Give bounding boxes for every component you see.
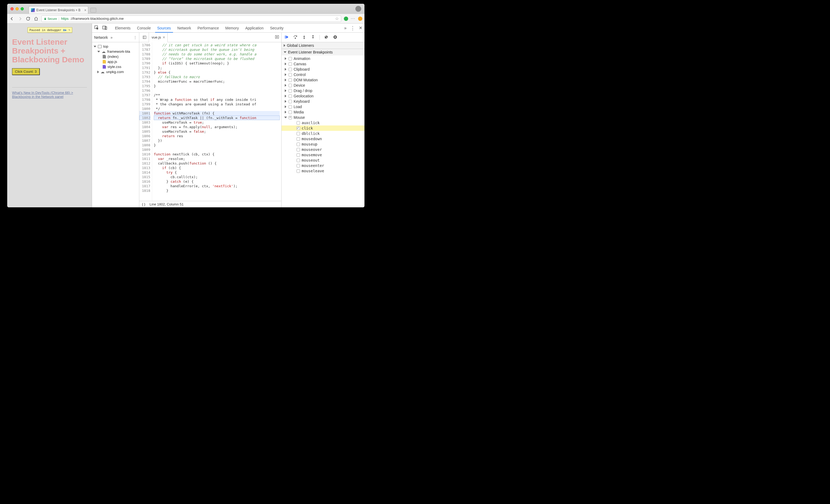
navigator-tab-network[interactable]: Network	[94, 35, 108, 40]
browser-tab[interactable]: Event Listener Breakpoints + B ×	[29, 6, 88, 13]
reload-button[interactable]	[25, 16, 31, 22]
event-breakpoint[interactable]: mouseout	[282, 158, 364, 163]
click-count-button[interactable]: Click Count: 3	[12, 68, 39, 75]
editor-file-tab[interactable]: vue.js ×	[149, 33, 168, 42]
checkbox[interactable]	[289, 100, 292, 103]
event-breakpoint[interactable]: mouseenter	[282, 163, 364, 168]
back-button[interactable]	[9, 16, 15, 22]
checkbox[interactable]	[289, 62, 292, 66]
expand-icon[interactable]	[284, 51, 286, 53]
event-category[interactable]: Keyboard	[282, 99, 364, 104]
event-category[interactable]: Geolocation	[282, 93, 364, 99]
device-toolbar-icon[interactable]	[102, 25, 107, 31]
close-tab-icon[interactable]: ×	[84, 8, 86, 12]
checkbox[interactable]	[289, 105, 292, 108]
expand-icon[interactable]	[97, 51, 100, 53]
expand-icon[interactable]	[284, 105, 287, 108]
step-over-button[interactable]	[293, 35, 298, 40]
checkbox[interactable]	[296, 148, 300, 151]
section-event-listener-breakpoints[interactable]: Event Listener Breakpoints	[282, 49, 364, 55]
event-category[interactable]: DOM Mutation	[282, 77, 364, 83]
section-global-listeners[interactable]: Global Listeners	[282, 42, 364, 49]
expand-icon[interactable]	[284, 68, 287, 71]
tab-security[interactable]: Security	[267, 24, 287, 32]
checkbox[interactable]	[289, 111, 292, 114]
new-tab-button[interactable]	[90, 8, 96, 12]
event-breakpoint[interactable]: mouseleave	[282, 168, 364, 174]
checkbox[interactable]	[296, 159, 300, 162]
expand-icon[interactable]	[284, 73, 287, 76]
event-breakpoint[interactable]: mousemove	[282, 152, 364, 158]
expand-icon[interactable]	[97, 71, 99, 73]
event-category[interactable]: Mouse	[282, 115, 364, 120]
checkbox[interactable]	[296, 121, 300, 125]
extension-orange-icon[interactable]	[358, 17, 362, 21]
secure-indicator[interactable]: Secure	[44, 17, 57, 20]
event-breakpoint[interactable]: click	[282, 125, 364, 131]
expand-icon[interactable]	[284, 78, 287, 81]
checkbox[interactable]	[289, 68, 292, 71]
checkbox[interactable]	[289, 84, 292, 87]
expand-icon[interactable]	[94, 46, 96, 48]
event-category[interactable]: Canvas	[282, 61, 364, 67]
event-category[interactable]: Device	[282, 83, 364, 88]
close-devtools-icon[interactable]: ✕	[359, 25, 362, 31]
tab-network[interactable]: Network	[174, 24, 194, 32]
tab-memory[interactable]: Memory	[222, 24, 242, 32]
expand-icon[interactable]	[284, 63, 287, 65]
tree-file-index[interactable]: (index)	[93, 54, 138, 59]
extension-green-icon[interactable]	[344, 17, 348, 21]
minimize-window-icon[interactable]	[15, 7, 19, 10]
close-window-icon[interactable]	[10, 7, 13, 10]
tree-file-appjs[interactable]: app.js	[93, 59, 138, 64]
show-navigator-button[interactable]	[140, 33, 149, 42]
more-tabs-icon[interactable]: »	[344, 26, 347, 31]
inspect-element-icon[interactable]	[94, 25, 99, 31]
code-content[interactable]: // it can get stuck in a weird state whe…	[152, 42, 281, 201]
expand-icon[interactable]	[284, 111, 287, 114]
event-category[interactable]: Control	[282, 72, 364, 77]
tree-file-stylecss[interactable]: style.css	[93, 64, 138, 69]
checkbox[interactable]	[289, 116, 292, 119]
checkbox[interactable]	[296, 132, 300, 135]
deactivate-breakpoints-button[interactable]	[324, 35, 329, 40]
step-out-button[interactable]	[311, 35, 315, 40]
forward-button[interactable]	[18, 16, 23, 22]
expand-icon[interactable]	[284, 44, 285, 47]
tab-sources[interactable]: Sources	[154, 24, 174, 32]
event-category[interactable]: Load	[282, 104, 364, 109]
tree-domain-main[interactable]: ☁ framework-bla	[93, 49, 138, 54]
event-breakpoint[interactable]: mousedown	[282, 136, 364, 141]
checkbox[interactable]	[296, 127, 300, 130]
expand-icon[interactable]	[284, 89, 287, 92]
checkbox[interactable]	[296, 143, 300, 146]
bookmark-star-icon[interactable]: ☆	[335, 16, 339, 21]
tab-console[interactable]: Console	[134, 24, 154, 32]
resume-overlay-button[interactable]: ▮▶	[63, 28, 67, 32]
address-bar[interactable]: Secure | https://framework-blackboxing.g…	[41, 15, 341, 22]
navigator-menu-icon[interactable]: ⋮	[133, 35, 137, 39]
event-category[interactable]: Drag / drop	[282, 88, 364, 93]
checkbox[interactable]	[296, 164, 300, 167]
event-breakpoint[interactable]: dblclick	[282, 131, 364, 136]
checkbox[interactable]	[289, 57, 292, 60]
close-file-tab-icon[interactable]: ×	[163, 35, 165, 40]
checkbox[interactable]	[296, 137, 300, 141]
expand-icon[interactable]	[284, 95, 287, 97]
event-breakpoint[interactable]: auxclick	[282, 120, 364, 125]
resume-button[interactable]	[284, 35, 289, 40]
checkbox[interactable]	[296, 153, 300, 157]
expand-icon[interactable]	[284, 57, 287, 60]
tree-domain-unpkg[interactable]: ☁ unpkg.com	[93, 69, 138, 74]
tab-elements[interactable]: Elements	[112, 24, 134, 32]
show-debugger-button[interactable]	[275, 35, 281, 40]
tab-performance[interactable]: Performance	[194, 24, 222, 32]
event-category[interactable]: Clipboard	[282, 67, 364, 72]
pause-on-exceptions-button[interactable]	[333, 35, 338, 40]
tree-frame-top[interactable]: top	[93, 44, 138, 49]
event-category[interactable]: Media	[282, 109, 364, 115]
checkbox[interactable]	[289, 94, 292, 98]
profile-avatar-icon[interactable]	[355, 6, 361, 12]
checkbox[interactable]	[289, 73, 292, 76]
navigator-more-icon[interactable]: »	[110, 35, 113, 40]
